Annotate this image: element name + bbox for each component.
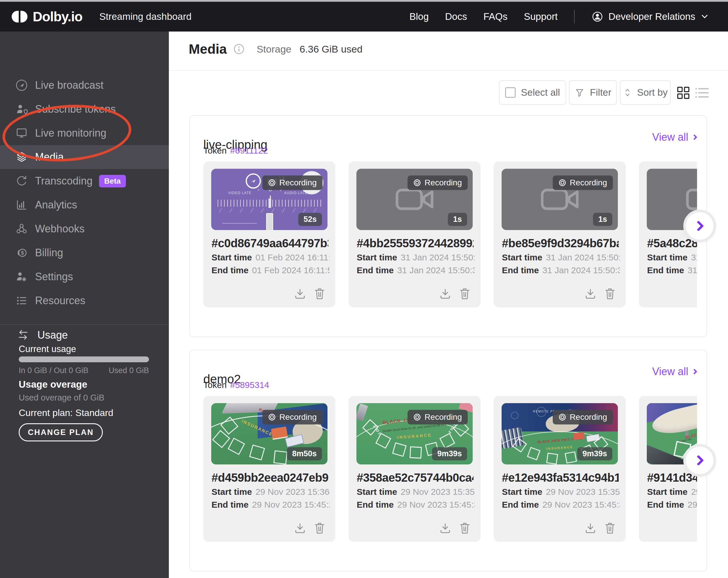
token-link[interactable]: #6911122 (230, 146, 268, 156)
sidebar-item-transcoding[interactable]: Transcoding Beta (0, 169, 169, 193)
beta-badge: Beta (99, 175, 126, 187)
change-plan-button[interactable]: CHANGE PLAN (19, 423, 103, 441)
end-time-row: End time29 Nov 2023 15:45:31 (502, 500, 620, 510)
download-button[interactable] (584, 522, 597, 535)
nav-link-docs[interactable]: Docs (445, 11, 467, 22)
delete-button[interactable] (459, 287, 471, 300)
recording-card[interactable]: BLACK JACK PAYS 3 TO Dealer must draw to… (348, 396, 480, 542)
sidebar-item-settings[interactable]: Settings (0, 265, 169, 289)
view-all-link[interactable]: View all (652, 131, 697, 143)
delete-button[interactable] (459, 522, 471, 535)
grid-view-toggle[interactable] (677, 86, 690, 100)
nav-link-support[interactable]: Support (524, 11, 558, 22)
card-actions (584, 522, 616, 535)
list-view-toggle[interactable] (695, 86, 709, 100)
thumb-clamp (357, 404, 368, 421)
account-menu[interactable]: Developer Relations (591, 10, 709, 23)
download-button[interactable] (439, 287, 451, 300)
recording-badge: Recording (262, 410, 322, 424)
video-camera-icon (686, 186, 697, 213)
download-button[interactable] (584, 287, 597, 300)
recording-id: #4bb25559372442899232d… (357, 237, 473, 250)
recording-card[interactable]: mil - 0 + VIDEO LATE AUDIO LATE (203, 161, 335, 307)
chevron-right-icon (693, 221, 704, 231)
user-avatar-icon (591, 10, 604, 23)
end-time-row: End time29 Nov 2 (647, 500, 697, 510)
dollar-coin-icon: $ (15, 246, 29, 260)
recording-card[interactable]: REMOTE PRODUCTION BLACK JACK PAYS 3 TO 2… (494, 396, 626, 542)
sidebar-item-webhooks[interactable]: Webhooks (0, 217, 169, 241)
brand-logo[interactable]: Dolby.io (12, 9, 82, 25)
download-button[interactable] (439, 522, 451, 535)
sidebar-item-resources[interactable]: Resources (0, 289, 169, 313)
end-time-row: End time31 Jan 2024 15:50:32 (502, 265, 620, 275)
sidebar-item-label: Subscribe tokens (35, 103, 116, 115)
dolby-dd-icon (12, 11, 27, 23)
usage-in-out: In 0 GiB / Out 0 GiB (19, 366, 88, 375)
sidebar-item-label: Live monitoring (35, 127, 106, 139)
delete-button[interactable] (314, 522, 326, 535)
sidebar-item-subscribe-tokens[interactable]: Subscribe tokens (0, 97, 169, 121)
delete-button[interactable] (314, 287, 326, 300)
select-all-button[interactable]: Select all (499, 80, 566, 105)
nav-link-faqs[interactable]: FAQs (484, 11, 508, 22)
card-actions (439, 287, 471, 300)
view-all-label: View all (652, 131, 688, 143)
overage-title: Usage overage (19, 379, 87, 390)
select-all-checkbox[interactable] (505, 87, 516, 98)
carousel-next-button[interactable] (683, 444, 716, 477)
start-time-row: Start time01 Feb 2024 16:11:05 (211, 252, 330, 263)
usage-title: Usage (37, 329, 68, 341)
start-time-row: Start time31 Jan 2024 15:50:35 (357, 252, 475, 263)
nav-link-blog[interactable]: Blog (409, 11, 428, 22)
sidebar-item-label: Webhooks (35, 223, 84, 235)
sidebar-item-live-monitoring[interactable]: Live monitoring (0, 121, 169, 145)
sort-by-label: Sort by (637, 87, 668, 98)
filter-button[interactable]: Filter (569, 80, 617, 105)
recording-card[interactable]: Recording 1s #be85e9f9d3294b67bae445… St… (494, 161, 626, 307)
download-button[interactable] (294, 522, 306, 535)
meter-center-tick (268, 198, 271, 208)
current-plan: Current plan: Standard (19, 408, 113, 418)
duration-badge: 9m39s (432, 447, 467, 460)
main-content: Media Storage 6.36 GiB used Select all (169, 31, 728, 578)
recording-id: #d459bb2eea0247eb9e613a… (211, 471, 328, 484)
duration-badge: 1s (593, 213, 612, 226)
broadcast-icon (15, 78, 29, 92)
carousel-next-button[interactable] (683, 210, 716, 242)
overage-detail: Used overage of 0 GiB (19, 393, 104, 403)
card-actions (294, 287, 326, 300)
sidebar-item-live-broadcast[interactable]: Live broadcast (0, 73, 169, 97)
delete-button[interactable] (604, 287, 616, 300)
recording-id: #be85e9f9d3294b67bae445… (502, 237, 619, 250)
usage-used: Used 0 GiB (109, 366, 149, 375)
start-time-row: Start time31 Jan 2 (647, 252, 697, 263)
brand-name: Dolby.io (33, 9, 82, 25)
sidebar-item-media[interactable]: Media (0, 145, 169, 169)
token-link[interactable]: #5895314 (230, 380, 269, 390)
section-demo2: demo2 Token #5895314 View all PAYS 3 (189, 350, 707, 572)
cards-carousel: PAYS 3 TO 2 INSURANCE (203, 396, 697, 543)
recording-id: #358ae52c75744b0ca4d4ec… (357, 471, 473, 484)
view-all-link[interactable]: View all (652, 365, 697, 378)
sidebar-item-label: Resources (35, 295, 85, 307)
info-icon[interactable] (233, 43, 245, 55)
download-button[interactable] (294, 287, 306, 300)
meter-slider (266, 213, 273, 230)
list-icon (15, 294, 29, 308)
duration-badge: 52s (298, 213, 322, 226)
card-actions (439, 522, 471, 535)
recording-card[interactable]: PAYS 3 TO 2 INSURANCE (203, 396, 335, 542)
delete-button[interactable] (604, 522, 616, 535)
sort-icon (623, 87, 632, 98)
topnav-divider (574, 10, 575, 23)
end-time-row: End time31 Jan 20 (647, 265, 697, 275)
sidebar-item-label: Billing (35, 247, 63, 259)
sidebar-item-analytics[interactable]: Analytics (0, 193, 169, 217)
recording-card[interactable]: Recording 1s #4bb25559372442899232d… Sta… (348, 161, 480, 307)
sort-by-button[interactable]: Sort by (620, 80, 671, 105)
account-name: Developer Relations (608, 11, 695, 22)
section-token: Token #6911122 (203, 146, 268, 156)
storage-label: Storage (257, 44, 291, 55)
sidebar-item-billing[interactable]: $ Billing (0, 241, 169, 265)
